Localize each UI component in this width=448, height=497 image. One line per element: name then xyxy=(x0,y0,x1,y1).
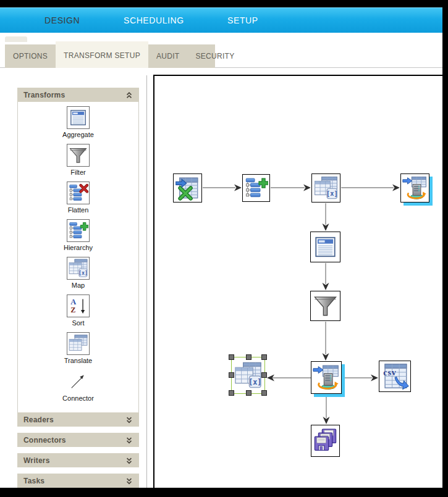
panel-header-readers[interactable]: Readers xyxy=(17,412,139,427)
palette-sidebar: Transforms Aggregate Filter Flatten xyxy=(5,75,146,488)
screen: DESIGN SCHEDULING SETUP OPTIONS TRANSFOR… xyxy=(0,0,448,497)
chevron-double-down-icon[interactable] xyxy=(125,477,133,485)
panel-title: Connectors xyxy=(23,436,66,445)
tab-transform-setup[interactable]: TRANSFORM SETUP xyxy=(56,41,148,68)
nav-item-setup[interactable]: SETUP xyxy=(227,8,258,33)
tool-flatten[interactable]: Flatten xyxy=(18,182,138,219)
tool-translate[interactable]: Translate xyxy=(18,332,138,370)
table-to-database-writer-icon xyxy=(313,363,340,392)
connector-arrow-icon xyxy=(67,370,90,393)
top-navbar: DESIGN SCHEDULING SETUP xyxy=(0,7,442,33)
resize-handle-n[interactable] xyxy=(246,354,251,360)
resize-handle-ne[interactable] xyxy=(261,354,267,360)
node-aggregate[interactable] xyxy=(310,232,340,262)
resize-handle-e[interactable] xyxy=(261,372,267,378)
node-csv-writer[interactable] xyxy=(379,361,411,392)
flatten-tree-remove-icon xyxy=(67,182,90,204)
excel-table-reader-icon xyxy=(175,175,200,201)
tool-label: Connector xyxy=(62,395,94,402)
map-tables-icon xyxy=(67,257,90,280)
tool-label: Map xyxy=(72,282,85,289)
tool-label: Sort xyxy=(72,319,84,327)
translate-tables-icon xyxy=(67,332,90,355)
tool-label: Aggregate xyxy=(62,131,94,138)
nav-item-design[interactable]: DESIGN xyxy=(44,8,80,33)
panel-header-transforms[interactable]: Transforms xyxy=(17,88,139,102)
filter-funnel-icon xyxy=(312,293,339,319)
design-canvas[interactable] xyxy=(153,75,442,488)
filter-funnel-icon xyxy=(67,144,90,167)
tool-map[interactable]: Map xyxy=(18,257,138,294)
chevron-double-down-icon[interactable] xyxy=(125,416,133,424)
panel-title: Writers xyxy=(23,456,50,465)
panel-title: Readers xyxy=(23,416,54,424)
csv-table-icon xyxy=(381,362,409,390)
tool-sort[interactable]: Sort xyxy=(18,294,138,332)
nav-item-scheduling[interactable]: SCHEDULING xyxy=(124,8,184,33)
tab-audit[interactable]: AUDIT xyxy=(148,44,188,68)
map-tables-icon xyxy=(313,175,339,201)
panel-header-writers[interactable]: Writers xyxy=(17,453,139,467)
tool-label: Hierarchy xyxy=(64,244,93,251)
node-excel-source[interactable] xyxy=(173,173,202,203)
chevron-double-down-icon[interactable] xyxy=(125,456,133,465)
tool-hierarchy[interactable]: Hierarchy xyxy=(18,219,138,257)
resize-handle-w[interactable] xyxy=(229,372,234,378)
tool-label: Translate xyxy=(64,357,92,364)
resize-handle-nw[interactable] xyxy=(229,354,234,360)
panel-title: Transforms xyxy=(23,91,65,99)
node-db-writer-2[interactable] xyxy=(311,361,342,394)
app-window: DESIGN SCHEDULING SETUP OPTIONS TRANSFOR… xyxy=(0,7,442,488)
tool-connector[interactable]: Connector xyxy=(18,370,138,407)
panel-header-tasks[interactable]: Tasks xyxy=(17,474,139,488)
tool-label: Filter xyxy=(70,169,85,176)
node-db-writer-1[interactable] xyxy=(400,173,429,203)
aggregate-document-icon xyxy=(312,233,339,261)
panel-body-transforms: Aggregate Filter Flatten Hierarchy Map xyxy=(17,102,139,415)
tool-label: Flatten xyxy=(68,206,89,214)
table-to-database-writer-icon xyxy=(402,175,428,201)
panel-header-connectors[interactable]: Connectors xyxy=(17,433,139,447)
node-map-selected[interactable] xyxy=(231,357,265,394)
hierarchy-tree-add-icon xyxy=(67,219,90,242)
tool-aggregate[interactable]: Aggregate xyxy=(18,106,138,144)
panel-title: Tasks xyxy=(23,477,44,485)
chevron-double-down-icon[interactable] xyxy=(125,436,133,445)
hierarchy-tree-add-icon xyxy=(244,176,268,200)
chevron-double-up-icon[interactable] xyxy=(125,91,133,99)
sort-az-icon xyxy=(67,294,90,317)
tool-filter[interactable]: Filter xyxy=(18,144,138,182)
node-filter[interactable] xyxy=(310,291,340,321)
map-tables-icon xyxy=(234,359,263,391)
sidebar-separator xyxy=(146,75,147,488)
tab-security[interactable]: SECURITY xyxy=(187,44,242,68)
resize-handle-sw[interactable] xyxy=(229,390,234,396)
floppy-disk-stack-icon xyxy=(313,427,338,455)
resize-handle-se[interactable] xyxy=(261,390,267,396)
node-map[interactable] xyxy=(311,173,340,203)
node-hierarchy[interactable] xyxy=(242,174,270,202)
tab-strip-decoration xyxy=(5,36,27,42)
node-archive-writer[interactable] xyxy=(311,425,340,457)
tab-options[interactable]: OPTIONS xyxy=(5,44,56,68)
aggregate-icon xyxy=(67,106,90,129)
tab-bar: OPTIONS TRANSFORM SETUP AUDIT SECURITY xyxy=(5,44,215,68)
resize-handle-s[interactable] xyxy=(246,390,251,396)
